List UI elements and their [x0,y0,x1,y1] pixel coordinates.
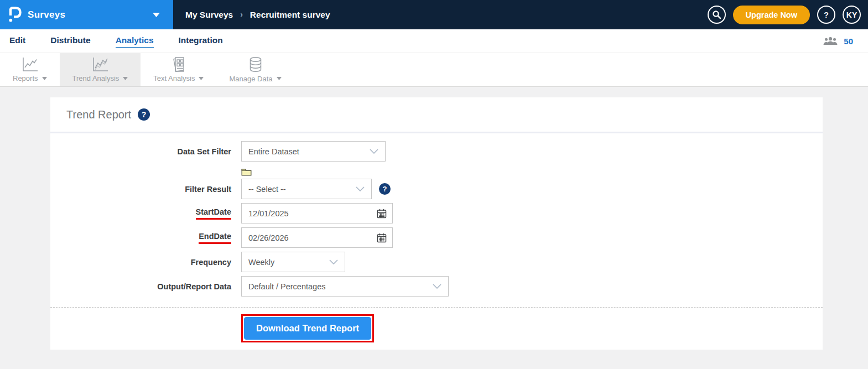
card-header: Trend Report ? [50,97,823,132]
dataset-filter-label: Data Set Filter [50,147,231,156]
topbar-actions: Upgrade Now ? KY [708,6,868,24]
chevron-down-icon [356,186,365,191]
chevron-down-icon[interactable] [153,13,160,17]
frequency-value: Weekly [248,258,274,267]
page-title: Trend Report [66,108,131,121]
toolbar-item-label: Reports [13,74,38,82]
respondents-summary: 50 [823,37,868,46]
chevron-down-icon [123,77,128,80]
folder-icon[interactable] [241,168,252,176]
app-switcher[interactable]: Surveys [0,0,173,29]
output-report-data-label: Output/Report Data [50,282,231,291]
breadcrumb: My Surveys › Recruitment survey [185,10,330,20]
dataset-filter-value: Entire Dataset [248,147,299,156]
tab-distribute[interactable]: Distribute [50,34,90,48]
chevron-down-icon [277,77,282,80]
end-date-input[interactable] [241,227,393,248]
chevron-down-icon [329,259,338,264]
trend-report-help-icon[interactable]: ? [138,108,150,121]
trend-report-card: Trend Report ? Data Set Filter Entire Da… [50,97,823,350]
respondent-count-link[interactable]: 50 [844,37,853,46]
database-icon [247,56,264,73]
toolbar-item-label: Trend Analysis [72,74,119,82]
toolbar-item-manage-data[interactable]: Manage Data [216,53,294,86]
end-date-label: EndDate [50,232,231,244]
breadcrumb-separator: › [240,10,243,19]
calendar-icon[interactable] [377,209,387,219]
filter-result-row: Filter Result -- Select -- ? [50,179,823,199]
toolbar-item-trend-analysis[interactable]: Trend Analysis [60,53,141,86]
upgrade-now-button[interactable]: Upgrade Now [733,6,810,24]
help-button[interactable]: ? [817,6,835,24]
tab-analytics[interactable]: Analytics [116,34,154,48]
start-date-row: StartDate [50,203,823,224]
app-name: Surveys [28,9,65,20]
analytics-toolbar: Reports Trend Analysis [0,53,868,87]
dataset-folder-row [241,165,823,179]
chevron-down-icon [433,284,441,289]
dataset-filter-select[interactable]: Entire Dataset [241,141,386,162]
filter-result-select[interactable]: -- Select -- [241,179,372,199]
start-date-input[interactable] [241,203,393,224]
questionpro-logo-icon [8,7,22,23]
search-icon [712,10,721,19]
download-button-row: Download Trend Report [50,308,823,350]
toolbar-item-label: Text Analysis [153,74,195,82]
output-report-data-value: Default / Percentages [248,282,325,291]
dataset-filter-row: Data Set Filter Entire Dataset [50,141,823,162]
download-trend-report-button[interactable]: Download Trend Report [244,317,371,340]
top-header: Surveys My Surveys › Recruitment survey … [0,0,868,29]
breadcrumb-my-surveys[interactable]: My Surveys [185,10,233,20]
frequency-select[interactable]: Weekly [241,252,345,272]
tab-edit[interactable]: Edit [9,34,25,48]
trend-line-chart-icon [91,56,110,72]
end-date-label-text: EndDate [199,232,231,244]
end-date-row: EndDate [50,227,823,248]
survey-tab-nav: Edit Distribute Analytics Integration 50 [0,29,868,53]
chevron-down-icon [42,77,47,80]
filter-result-help-icon[interactable]: ? [379,183,391,195]
toolbar-item-text-analysis[interactable]: Text Analysis [141,53,216,86]
trend-report-form: Data Set Filter Entire Dataset [50,133,823,303]
tab-integration[interactable]: Integration [179,34,223,48]
frequency-label: Frequency [50,258,231,267]
line-chart-icon [20,56,39,72]
toolbar-item-label: Manage Data [229,75,272,83]
chevron-down-icon [199,77,204,80]
chevron-down-icon [370,149,378,154]
toolbar-item-reports[interactable]: Reports [0,53,60,86]
annotation-highlight-box: Download Trend Report [241,314,374,342]
report-grid-icon [170,56,187,72]
start-date-label: StartDate [50,207,231,220]
people-group-icon [823,37,838,46]
filter-result-value: -- Select -- [248,185,286,194]
output-report-data-select[interactable]: Default / Percentages [241,276,449,297]
frequency-row: Frequency Weekly [50,252,823,272]
calendar-icon[interactable] [377,233,387,243]
avatar[interactable]: KY [843,6,861,24]
search-button[interactable] [708,6,726,24]
main-content: Trend Report ? Data Set Filter Entire Da… [0,87,868,350]
start-date-label-text: StartDate [196,207,231,220]
output-report-data-row: Output/Report Data Default / Percentages [50,276,823,297]
filter-result-label: Filter Result [50,185,231,194]
breadcrumb-current-survey: Recruitment survey [250,10,330,20]
